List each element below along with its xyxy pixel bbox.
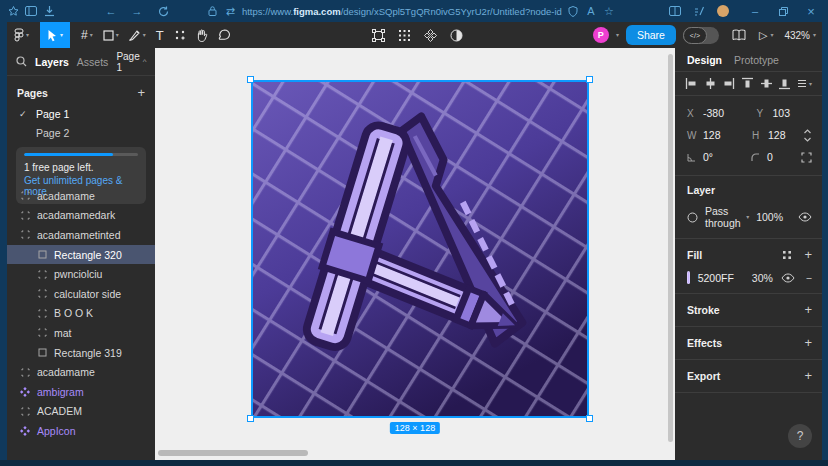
tab-icon[interactable] — [22, 3, 40, 19]
zoom-menu[interactable]: 432% ▾ — [784, 30, 816, 41]
rotation-field[interactable]: 0° — [687, 151, 737, 163]
split-screen-icon[interactable] — [666, 3, 684, 19]
layer-row[interactable]: acadamame — [7, 362, 155, 382]
layer-row[interactable]: ambigram — [7, 382, 155, 402]
present-button[interactable]: ▷ ▾ — [759, 30, 773, 41]
add-stroke-button[interactable]: + — [804, 302, 812, 317]
fill-visibility-eye-icon[interactable] — [781, 273, 795, 283]
fill-opacity-field[interactable]: 30% — [752, 272, 773, 284]
constrain-proportions-icon[interactable] — [803, 129, 812, 142]
main-menu-button[interactable]: ▾ — [9, 22, 34, 48]
forward-button[interactable]: → — [128, 3, 146, 19]
layer-row[interactable]: acadamame — [7, 186, 155, 206]
component-icon[interactable] — [424, 29, 437, 42]
selection-handle-ne[interactable] — [586, 76, 593, 83]
page-item[interactable]: ✓Page 1 — [7, 104, 155, 123]
shield-icon[interactable] — [564, 3, 582, 19]
taskbar-strip — [0, 460, 828, 466]
back-button[interactable]: ← — [102, 3, 120, 19]
user-avatar[interactable]: P — [593, 27, 609, 43]
selection-handle-sw[interactable] — [247, 415, 254, 422]
page-label: Page 2 — [36, 127, 69, 139]
fill-hex-field[interactable]: 5200FF — [698, 272, 734, 284]
favorite-star-icon[interactable]: ☆ — [600, 3, 618, 19]
align-v-center-icon[interactable] — [760, 77, 773, 90]
styles-icon[interactable] — [782, 250, 792, 260]
avatar-chevron-icon[interactable]: ▾ — [616, 32, 619, 38]
layer-row[interactable]: acadamametinted — [7, 225, 155, 245]
address-bar[interactable]: ⇄ https://www.figma.com/design/xSQpl5TgQ… — [206, 3, 562, 19]
y-field[interactable]: Y103 — [757, 107, 813, 119]
width-field[interactable]: W128 — [687, 129, 738, 141]
layer-row[interactable]: B O O K — [7, 304, 155, 324]
search-icon[interactable] — [16, 56, 27, 67]
selection-handle-se[interactable] — [586, 415, 593, 422]
reload-button[interactable] — [154, 3, 172, 19]
text-tool-button[interactable]: T — [151, 22, 169, 48]
blend-mode-select[interactable]: Pass through▾ — [705, 205, 749, 229]
independent-corners-icon[interactable] — [801, 152, 812, 163]
site-permissions-icon[interactable]: ⇄ — [224, 3, 237, 19]
add-export-button[interactable]: + — [804, 368, 812, 383]
fill-color-swatch[interactable] — [687, 271, 690, 284]
layer-row[interactable]: Rectangle 319 — [7, 343, 155, 363]
add-effect-button[interactable]: + — [804, 335, 812, 350]
align-right-icon[interactable] — [722, 77, 735, 90]
distribute-more-icon[interactable]: ▾ — [797, 77, 812, 90]
layer-opacity-field[interactable]: 100% — [756, 211, 783, 223]
export-section: Export+ — [675, 360, 822, 393]
add-fill-button[interactable]: + — [804, 247, 812, 262]
frame-tool-button[interactable]: # ▾ — [76, 22, 98, 48]
selected-artboard[interactable] — [252, 81, 588, 417]
move-tool-button[interactable]: ▾ — [40, 22, 70, 48]
x-field[interactable]: X-380 — [687, 107, 743, 119]
layer-visibility-eye-icon[interactable] — [798, 212, 812, 222]
height-field[interactable]: H128 — [752, 129, 803, 141]
corner-radius-field[interactable]: 0 — [751, 151, 801, 163]
restore-button[interactable] — [774, 3, 792, 19]
add-page-button[interactable]: + — [137, 85, 145, 100]
share-button[interactable]: Share — [626, 25, 676, 45]
tab-layers[interactable]: Layers — [35, 56, 69, 68]
layer-row[interactable]: acadamamedark — [7, 206, 155, 226]
layer-row[interactable]: Rectangle 320 — [7, 245, 155, 265]
help-button[interactable]: ? — [788, 424, 812, 448]
align-h-center-icon[interactable] — [704, 77, 717, 90]
align-bottom-icon[interactable] — [778, 77, 791, 90]
selection-handle-nw[interactable] — [247, 76, 254, 83]
horizontal-scrollbar[interactable] — [158, 450, 308, 456]
browser-app-icon[interactable] — [4, 3, 22, 19]
tab-prototype[interactable]: Prototype — [734, 54, 779, 66]
translate-icon[interactable]: A — [582, 3, 600, 19]
hand-tool-button[interactable] — [191, 22, 213, 48]
dev-mode-toggle[interactable]: </> — [683, 27, 719, 44]
canvas[interactable]: 128 × 128 — [155, 48, 675, 460]
page-item[interactable]: Page 2 — [7, 123, 155, 142]
layer-row[interactable]: mat — [7, 323, 155, 343]
close-button[interactable]: × — [802, 3, 820, 19]
minimize-button[interactable]: – — [746, 3, 764, 19]
profile-avatar[interactable] — [714, 3, 732, 19]
remove-fill-button[interactable]: − — [806, 272, 812, 284]
layer-row[interactable]: calculator side — [7, 284, 155, 304]
library-book-icon[interactable] — [732, 29, 746, 41]
layer-row[interactable]: ACADEM — [7, 402, 155, 422]
blend-mode-icon — [687, 212, 698, 223]
align-top-icon[interactable] — [741, 77, 754, 90]
downloads-icon[interactable] — [40, 3, 58, 19]
layer-row[interactable]: pwnciolciu — [7, 264, 155, 284]
tab-assets[interactable]: Assets — [77, 56, 109, 68]
tab-design[interactable]: Design — [687, 54, 722, 66]
pixel-grid-icon[interactable] — [398, 29, 411, 42]
page-selector[interactable]: Page 1^ — [116, 51, 146, 73]
align-left-icon[interactable] — [685, 77, 698, 90]
extensions-icon[interactable] — [690, 3, 708, 19]
pen-tool-button[interactable]: ▾ — [124, 22, 151, 48]
actions-button[interactable] — [169, 22, 191, 48]
shape-tool-button[interactable]: ▾ — [98, 22, 124, 48]
vertical-scrollbar[interactable] — [668, 54, 673, 442]
mask-icon[interactable] — [450, 29, 463, 42]
comment-tool-button[interactable] — [213, 22, 236, 48]
edit-object-icon[interactable] — [372, 29, 385, 42]
layer-row[interactable]: AppIcon — [7, 421, 155, 441]
